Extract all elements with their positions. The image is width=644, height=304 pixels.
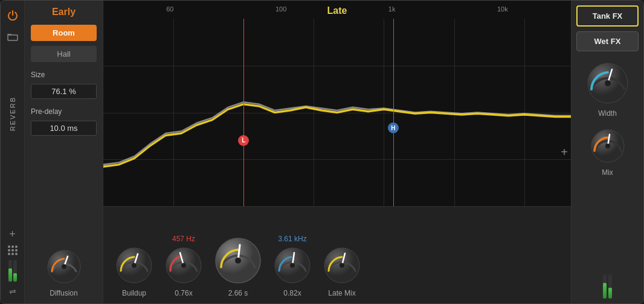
knob2[interactable] — [214, 237, 262, 284]
hall-button[interactable]: Hall — [31, 46, 97, 62]
mix-area: Mix — [590, 128, 625, 177]
add-right-button[interactable]: + — [561, 145, 568, 159]
mix-label: Mix — [602, 168, 613, 177]
width-area: Width — [587, 62, 629, 118]
svg-point-15 — [290, 263, 295, 268]
mix-knob[interactable] — [590, 128, 625, 163]
plugin-container: REVERB + ⇌ Early Room Hall Size 76. — [0, 0, 644, 304]
diffusion-label: Diffusion — [50, 289, 77, 297]
knob3-label: 0.82x — [283, 289, 301, 297]
width-label: Width — [598, 109, 617, 118]
grid-menu-icon[interactable] — [8, 245, 18, 255]
freq-60: 60 — [166, 5, 173, 13]
knob2-group: 2.66 s — [214, 237, 262, 297]
late-mix-label: Late Mix — [328, 289, 355, 297]
svg-rect-0 — [8, 35, 18, 40]
arrow-icon[interactable]: ⇌ — [9, 287, 16, 296]
marker-red-label: L — [242, 137, 245, 144]
main-area: Late 60 100 1k 10k — [103, 1, 571, 303]
marker-red-line[interactable] — [243, 19, 244, 206]
predelay-label: Pre-delay — [31, 107, 97, 116]
early-panel: Early Room Hall Size 76.1 % Pre-delay 10… — [25, 1, 103, 303]
late-mix-knob[interactable] — [323, 247, 361, 284]
knob3[interactable] — [274, 247, 311, 284]
meter-bar-right-1 — [603, 274, 607, 299]
size-value[interactable]: 76.1 % — [31, 84, 97, 99]
right-panel: Tank FX Wet FX Width — [571, 1, 643, 303]
meters-left — [8, 260, 17, 282]
diffusion-knob[interactable] — [47, 249, 82, 284]
freq-label-red: 457 Hz — [172, 235, 195, 243]
marker-red-dot[interactable]: L — [238, 135, 249, 146]
svg-point-21 — [605, 80, 611, 86]
plugin-label: REVERB — [9, 97, 16, 131]
freq-10k: 10k — [497, 5, 508, 13]
marker-blue-label: H — [391, 125, 395, 131]
freq-label-blue: 3.61 kHz — [278, 235, 306, 243]
marker-blue-dot[interactable]: H — [388, 122, 399, 133]
knob1[interactable] — [165, 247, 202, 284]
room-button[interactable]: Room — [31, 25, 97, 41]
freq-100: 100 — [275, 5, 286, 13]
left-sidebar: REVERB + ⇌ — [1, 1, 25, 303]
tank-fx-button[interactable]: Tank FX — [576, 5, 639, 27]
folder-icon[interactable] — [5, 30, 20, 44]
buildup-label: Buildup — [122, 289, 146, 297]
svg-point-9 — [181, 263, 186, 268]
early-title: Early — [31, 7, 97, 17]
meter-bar-right-2 — [608, 274, 612, 299]
buildup-knob[interactable] — [115, 247, 153, 284]
knob2-label: 2.66 s — [228, 289, 248, 297]
svg-point-12 — [235, 258, 241, 264]
add-left-button[interactable]: + — [9, 228, 16, 241]
response-curve — [103, 19, 571, 206]
svg-point-3 — [62, 264, 66, 269]
knob3-group: 3.61 kHz 0.82x — [274, 235, 311, 297]
freq-axis: 60 100 1k 10k — [115, 5, 559, 13]
freq-1k: 1k — [388, 5, 396, 13]
knob1-label: 0.76x — [175, 289, 192, 297]
meter-bar-left-2 — [13, 260, 17, 282]
wet-fx-button[interactable]: Wet FX — [576, 31, 639, 51]
svg-point-6 — [132, 263, 137, 268]
buildup-group: Buildup — [115, 247, 153, 297]
meters-right — [603, 274, 612, 299]
display-area: Late 60 100 1k 10k — [103, 1, 571, 207]
width-knob[interactable] — [587, 62, 629, 104]
marker-blue-line[interactable] — [393, 19, 394, 206]
predelay-value[interactable]: 10.0 ms — [31, 121, 97, 136]
knob1-group: 457 Hz 0.76x — [165, 235, 202, 297]
late-mix-group: Late Mix — [323, 247, 361, 297]
svg-point-18 — [340, 263, 344, 268]
size-label: Size — [31, 71, 97, 79]
sidebar-bottom: + ⇌ — [8, 228, 18, 296]
power-button[interactable] — [5, 8, 20, 22]
svg-point-24 — [605, 144, 610, 148]
controls-row: Buildup 457 Hz — [103, 207, 571, 303]
meter-bar-left-1 — [8, 260, 12, 282]
diffusion-area: Diffusion — [31, 249, 97, 297]
